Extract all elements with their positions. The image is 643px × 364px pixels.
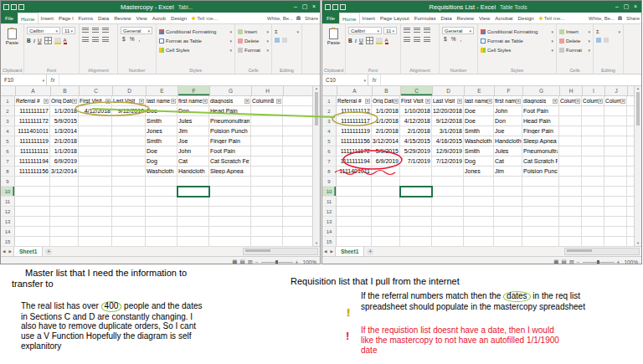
filter-icon[interactable]: ▾ xyxy=(425,99,430,104)
vertical-scrollbar[interactable]: ▲ ▼ xyxy=(634,86,641,246)
filter-icon[interactable]: ▾ xyxy=(44,99,49,104)
font-size-select[interactable]: 11▾ xyxy=(383,27,397,34)
filter-icon[interactable]: ▾ xyxy=(171,99,176,104)
cell-I10[interactable] xyxy=(582,187,604,197)
cell-A7[interactable]: 1111111194 xyxy=(337,156,372,167)
font-name-select[interactable]: Calibri▾ xyxy=(27,27,60,34)
cell-E7[interactable]: Dog xyxy=(464,156,494,167)
horizontal-scrollbar[interactable] xyxy=(243,248,318,255)
ribbon-tab-page-layout[interactable]: Page Layout xyxy=(378,13,412,23)
cell-I2[interactable] xyxy=(582,106,604,116)
cell-A5[interactable]: 1111111156 xyxy=(337,136,372,146)
cell-J5[interactable] xyxy=(604,136,627,146)
cell-B8[interactable]: 3/12/2014 xyxy=(50,167,79,177)
cell-F15[interactable] xyxy=(494,237,522,247)
normal-view-icon[interactable]: ▦ xyxy=(232,259,237,264)
number-format-select[interactable]: General▾ xyxy=(442,27,474,34)
header-cell-referral[interactable]: Referral #▾ xyxy=(337,96,372,106)
cell-B4[interactable]: 2/1/2018 xyxy=(372,126,400,136)
conditional-formatting-button[interactable]: Conditional Formatting▾ xyxy=(481,27,553,36)
cell-A12[interactable] xyxy=(337,207,372,217)
fill-icon[interactable] xyxy=(275,38,280,43)
borders-icon[interactable] xyxy=(44,37,52,44)
cell-B14[interactable] xyxy=(50,227,79,237)
cell-G15[interactable] xyxy=(522,237,559,247)
name-box[interactable]: C10▾ xyxy=(322,74,368,85)
cell-F6[interactable]: John xyxy=(177,146,209,156)
zoom-out-button[interactable]: − xyxy=(255,259,259,265)
header-cell-diagnosis[interactable]: diagnosis▾ xyxy=(209,96,251,106)
cell-D4[interactable] xyxy=(112,126,146,136)
cell-C15[interactable] xyxy=(400,237,432,247)
cell-E2[interactable]: Doe xyxy=(464,106,494,116)
cell-B6[interactable]: 5/9/2015 xyxy=(372,146,400,156)
filter-icon[interactable]: ▾ xyxy=(105,99,111,104)
cell-F14[interactable] xyxy=(177,227,209,237)
align-top-icon[interactable] xyxy=(404,28,410,33)
cell-G14[interactable] xyxy=(209,227,251,237)
cell-B12[interactable] xyxy=(50,207,79,217)
cell-H5[interactable] xyxy=(559,136,582,146)
cell-G5[interactable]: Finger Pain xyxy=(209,136,251,146)
cell-E5[interactable]: Washcloth xyxy=(464,136,494,146)
row-header-15[interactable]: 15 xyxy=(322,237,337,247)
cell-D15[interactable] xyxy=(432,237,464,247)
column-header-B[interactable]: B xyxy=(51,86,80,95)
filter-icon[interactable]: ▾ xyxy=(620,99,625,104)
cell-D10[interactable] xyxy=(112,187,146,197)
column-header-A[interactable]: A xyxy=(16,86,51,95)
cell-B13[interactable] xyxy=(50,217,79,227)
row-header-1[interactable]: 1 xyxy=(322,96,337,106)
cell-J12[interactable] xyxy=(604,207,627,217)
cell-D2[interactable]: 9/12/2018 xyxy=(112,106,146,116)
close-button[interactable]: × xyxy=(311,3,317,10)
align-right-icon[interactable] xyxy=(102,37,109,43)
cell-B7[interactable]: 6/9/2019 xyxy=(50,156,79,167)
zoom-in-button[interactable]: + xyxy=(617,259,620,265)
cell-H7[interactable] xyxy=(559,156,582,167)
ribbon-tab-formulas[interactable]: Formulas xyxy=(412,13,439,23)
underline-button[interactable]: U xyxy=(359,38,363,44)
row-header-3[interactable]: 3 xyxy=(322,116,337,126)
share-button[interactable]: Share xyxy=(305,16,318,21)
cell-H7[interactable] xyxy=(251,156,283,167)
currency-format-button[interactable]: $ xyxy=(122,36,126,42)
filter-icon[interactable]: ▾ xyxy=(72,99,77,104)
row-header-12[interactable]: 12 xyxy=(322,207,337,217)
cell-F13[interactable] xyxy=(494,217,522,227)
font-name-select[interactable]: Calibri▾ xyxy=(348,27,382,34)
cell-H2[interactable] xyxy=(559,106,582,116)
cell-E9[interactable] xyxy=(464,177,494,187)
filter-icon[interactable]: ▾ xyxy=(203,99,208,104)
column-header-B[interactable]: B xyxy=(373,86,401,95)
align-center-icon[interactable] xyxy=(92,37,99,43)
column-header-J[interactable]: J xyxy=(605,86,628,95)
cell-B15[interactable] xyxy=(372,237,400,247)
cell-E11[interactable] xyxy=(146,197,177,207)
comma-format-button[interactable]: , xyxy=(138,36,140,42)
cell-C8[interactable] xyxy=(79,167,112,177)
cell-D11[interactable] xyxy=(432,197,464,207)
cell-D5[interactable] xyxy=(112,136,146,146)
cell-B6[interactable]: 1/1/2018 xyxy=(50,146,79,156)
zoom-slider[interactable] xyxy=(583,262,615,263)
row-header-4[interactable]: 4 xyxy=(1,126,15,136)
delete-cells-button[interactable]: Delete▾ xyxy=(559,36,590,45)
cell-E3[interactable]: Doe xyxy=(464,116,494,126)
cell-F7[interactable]: Cat xyxy=(494,156,522,167)
row-header-15[interactable]: 15 xyxy=(1,237,15,247)
page-break-view-icon[interactable]: ▥ xyxy=(569,259,574,264)
cell-D3[interactable]: 9/12/2018 xyxy=(432,116,464,126)
filter-icon[interactable]: ▾ xyxy=(276,99,281,104)
page-layout-view-icon[interactable]: ▤ xyxy=(561,259,566,264)
ribbon-tab-data[interactable]: Data xyxy=(95,13,111,23)
cell-G12[interactable] xyxy=(522,207,559,217)
name-box[interactable]: F10▾ xyxy=(1,74,47,85)
cell-G6[interactable]: Foot Pain xyxy=(209,146,251,156)
save-icon[interactable] xyxy=(325,4,331,10)
zoom-level[interactable]: 100% xyxy=(302,259,316,265)
row-header-6[interactable]: 6 xyxy=(322,146,337,156)
cell-C12[interactable] xyxy=(79,207,112,217)
scroll-up-icon[interactable]: ▲ xyxy=(636,86,640,91)
save-icon[interactable] xyxy=(3,4,9,10)
